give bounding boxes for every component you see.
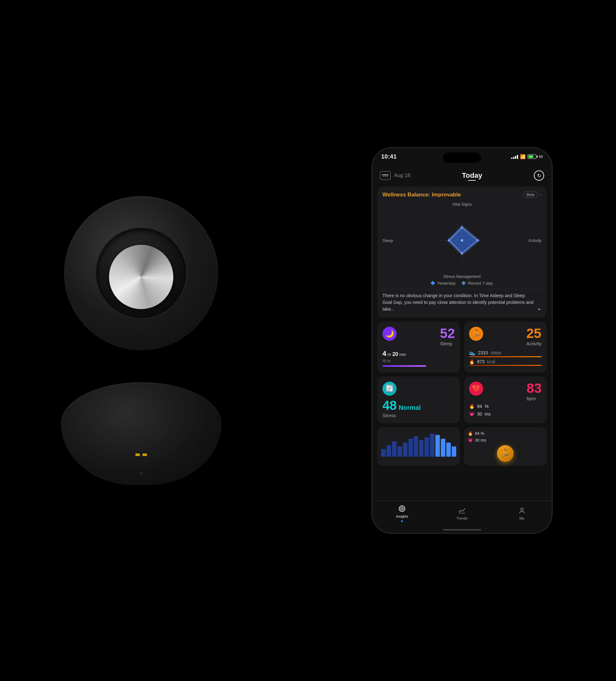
fire-icon: 🔥 [469,359,474,364]
sleep-score-group: 52 Sleep [440,327,455,346]
chart-bars [381,431,456,457]
header-date: Aug 18 [394,173,410,178]
nav-trends[interactable]: Trends [432,506,492,520]
act-hrv-row: 💗 30 ms [468,438,543,443]
home-bar [443,529,481,530]
chart-bar-1 [387,445,391,457]
case-lid-inner [96,228,186,318]
calories-value: 873 [477,359,484,364]
act-spo2: 94 % [475,431,484,436]
svg-point-8 [461,227,463,228]
wellness-description-text: There is no obvious change in your condi… [382,292,534,312]
sleep-card[interactable]: 🌙 52 Sleep 4 hr 20 min /8 hr [377,322,460,373]
steps-value: 2310 [478,350,488,355]
activity-detail: 👟 2310 steps 🔥 873 kcal [469,350,542,366]
spo2-icon: 🔥 [469,404,474,409]
bpm-group: 83 bpm [527,382,542,401]
yesterday-label: Yesterday [437,281,456,286]
calories-row: 🔥 873 kcal [469,359,542,364]
ring-device [51,196,231,485]
connector-pin-2 [143,453,147,456]
activity-details-card[interactable]: 🔥 94 % 💗 30 ms 🏃 [464,427,547,466]
insights-label: Insights [396,514,408,518]
beta-badge: Beta [523,192,537,198]
chart-bar-0 [381,449,386,457]
page-title: Today [462,171,482,180]
bottom-row: 🔥 94 % 💗 30 ms 🏃 [377,427,547,466]
svg-point-10 [461,252,463,254]
insights-icon [397,504,407,513]
wellness-title-row: Wellness Balance: Improvable Beta › [382,192,542,198]
act-hrv: 30 ms [475,438,486,443]
chart-bar-3 [397,447,402,457]
steps-unit: steps [491,350,501,355]
charging-connector [128,452,154,458]
signal-bar-1 [511,157,512,159]
signal-bar-4 [517,155,518,159]
phone-screen[interactable]: Aug 18 Today Wellness Balance: Improvabl… [372,165,552,501]
activity-metrics: 🔥 94 % 💗 30 ms [468,431,543,445]
sleep-hours: 4 [382,350,386,357]
home-indicator [372,527,552,533]
activity-card[interactable]: 🏃 25 Activity 👟 2310 steps [464,322,547,373]
trends-icon [458,506,466,515]
nav-me[interactable]: Me [492,506,552,520]
heart-card-top: ❤️ 83 bpm [469,382,542,401]
wellness-description: There is no obvious change in your condi… [382,289,542,312]
svg-point-14 [401,508,403,509]
hrv-icon: 💗 [469,411,474,417]
wellness-badge: Beta › [523,192,542,198]
svg-point-9 [477,239,478,241]
activity-label: Activity [526,341,542,346]
battery-fill [529,155,533,158]
cal-line-3 [387,176,388,177]
chart-bar-10 [435,435,440,457]
sleep-progress-bar [382,365,426,367]
case-indicator-dot [139,472,143,475]
radar-label-left: Sleep [382,238,393,243]
heart-icon: ❤️ [469,382,483,396]
hrv-value: 30 [477,411,482,417]
chevron-right-icon[interactable]: › [540,192,542,198]
activity-icon: 🏃 [469,327,483,341]
status-icons: 📶 69 [511,154,543,159]
dynamic-island [443,152,481,163]
radar-svg [433,211,491,269]
stress-icon: 🔄 [382,382,396,396]
trends-label: Trends [457,516,467,520]
chart-bar-12 [446,443,451,457]
cal-line-2 [385,176,386,177]
app-header: Aug 18 Today [372,165,552,184]
radar-label-bottom: Stress Management [443,274,481,279]
stress-card[interactable]: 🔄 48 Normal Stress [377,376,460,423]
act-heart-icon: 💗 [468,438,473,443]
expand-icon[interactable]: ⌄ [537,304,542,312]
battery-icon [528,154,536,159]
chart-bar-11 [441,439,445,457]
yesterday-dot [431,281,435,285]
activity-fab[interactable]: 🏃 [497,445,514,462]
hrv-row: 💗 30 ms [469,411,542,417]
steps-row: 👟 2310 steps [469,350,542,356]
nav-insights[interactable]: Insights [372,504,432,522]
refresh-icon[interactable] [534,170,544,181]
recent-label: Recent 7-day [468,281,493,286]
sleep-detail: 4 hr 20 min /8 hr [382,350,455,367]
svg-point-7 [461,239,463,242]
calendar-icon[interactable] [380,171,391,180]
sleep-icon: 🌙 [382,327,396,341]
chart-card[interactable] [377,427,460,466]
wellness-card[interactable]: Wellness Balance: Improvable Beta › Vita… [377,186,547,318]
steps-bar [469,356,542,357]
chart-bar-4 [403,443,407,457]
radar-legend: Yesterday Recent 7-day [382,281,542,286]
wellness-title-text: Wellness Balance: Improvable [382,192,461,198]
chart-bar-8 [425,437,429,457]
heart-card[interactable]: ❤️ 83 bpm 🔥 94 % 💗 30 ms [464,376,547,423]
phone: 10:41 📶 69 [372,148,552,533]
connector-pin-1 [135,453,140,456]
battery-level: 69 [539,155,543,158]
spo2-row: 🔥 94 % [469,404,542,409]
wifi-icon: 📶 [520,154,525,159]
radar-chart: Vital Signs Sleep Activity Stress Manage… [382,202,542,279]
